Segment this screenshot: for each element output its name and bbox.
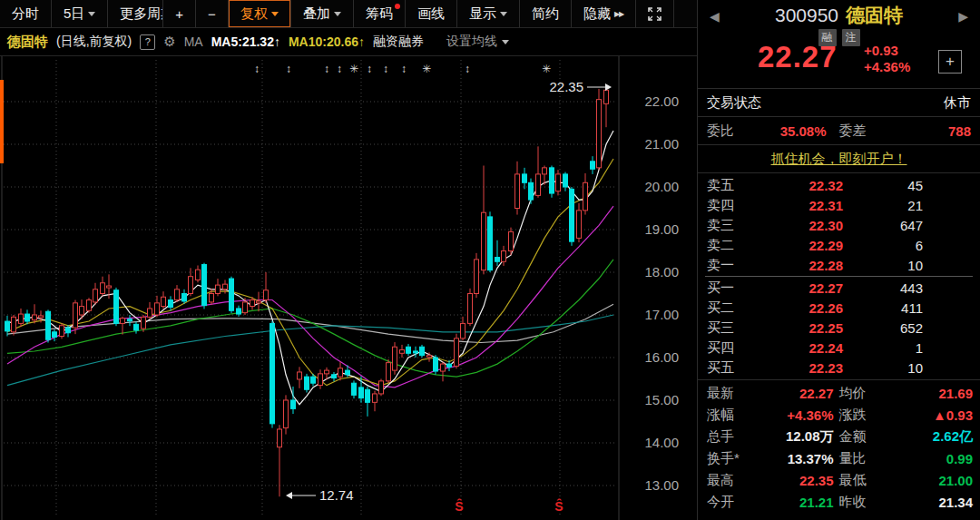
ask-row[interactable]: 卖三22.30647 xyxy=(698,215,980,235)
candle-body xyxy=(114,290,119,324)
candle-body xyxy=(550,168,554,193)
order-book: 卖五22.3245卖四22.3121卖三22.30647卖二22.296卖一22… xyxy=(698,173,980,380)
candle-body xyxy=(107,286,112,288)
stat-row: 换手*13.37%量比0.99 xyxy=(707,447,973,469)
fullscreen-button[interactable] xyxy=(636,0,674,27)
candle-body xyxy=(420,347,425,355)
candle-body xyxy=(189,277,193,294)
left-scroll-indicator[interactable] xyxy=(0,80,4,163)
margin-trading-link[interactable]: 融资融券 xyxy=(373,34,424,50)
arrow-right-icon xyxy=(605,83,612,91)
display-menu[interactable]: 显示 xyxy=(457,0,520,27)
candle-body xyxy=(523,174,527,182)
tab-minute[interactable]: 分时 xyxy=(0,0,52,27)
stat-row: 今开21.21昨收21.34 xyxy=(707,491,973,513)
arrow-left-icon xyxy=(286,492,292,499)
ask-row[interactable]: 卖五22.3245 xyxy=(698,175,980,195)
candle-body xyxy=(373,394,377,402)
event-star-icon[interactable]: ✳ xyxy=(542,63,551,75)
candle-body xyxy=(121,319,125,324)
candlestick-chart[interactable]: 22.0021.0020.0019.0018.0017.0016.0015.00… xyxy=(0,56,697,520)
candle-body xyxy=(196,270,201,280)
up-arrow-icon: ↑ xyxy=(358,34,365,49)
bid-row[interactable]: 买五22.2310 xyxy=(698,358,980,378)
ex-dividend-icon[interactable]: ↕ xyxy=(286,63,291,75)
stock-app-window: 分时5日更多周期+−复权叠加筹码画线显示简约隐藏▶▶ 德固特 (日线,前复权) … xyxy=(0,0,980,520)
price-change: +0.93 +4.36% xyxy=(864,43,910,75)
gear-icon[interactable]: ⚙ xyxy=(163,34,175,50)
ma5-value-label: MA5:21.32↑ xyxy=(211,34,280,49)
draw-line-button[interactable]: 画线 xyxy=(406,0,457,27)
notification-dot-icon xyxy=(395,4,400,9)
ask-row[interactable]: 卖四22.3121 xyxy=(698,195,980,215)
help-icon[interactable]: ? xyxy=(140,34,155,50)
set-ma-menu[interactable]: 设置均线 xyxy=(446,34,509,50)
event-star-icon[interactable]: ✳ xyxy=(422,63,431,75)
candle-body xyxy=(366,389,370,402)
chart-period-label: (日线,前复权) xyxy=(56,34,132,50)
sell-signal-icon[interactable]: Ŝ xyxy=(455,498,463,514)
y-axis-tick-label: 13.00 xyxy=(644,477,679,493)
ex-dividend-icon[interactable]: ↕ xyxy=(324,63,329,75)
ex-dividend-icon[interactable]: ↕ xyxy=(383,63,388,75)
candle-body xyxy=(5,321,10,331)
bid-row[interactable]: 买四22.241 xyxy=(698,338,980,358)
chevron-down-icon xyxy=(88,12,95,16)
adjust-menu[interactable]: 复权 xyxy=(229,0,291,27)
bid-row[interactable]: 买一22.27443 xyxy=(698,278,980,298)
chips-button[interactable]: 筹码 xyxy=(354,0,406,27)
tab-5day[interactable]: 5日 xyxy=(52,0,108,27)
zoom-out-button[interactable]: − xyxy=(196,0,229,27)
candle-body xyxy=(60,326,64,337)
ask-row[interactable]: 卖二22.296 xyxy=(698,235,980,255)
open-account-ad-link[interactable]: 抓住机会，即刻开户！ xyxy=(771,151,907,168)
candle-body xyxy=(495,258,500,262)
candle-body xyxy=(583,182,588,211)
chevron-down-icon xyxy=(271,12,279,16)
candle-body xyxy=(359,388,364,398)
candle-body xyxy=(325,370,329,374)
candle-body xyxy=(223,284,228,289)
menu-more-periods[interactable]: 更多周期 xyxy=(108,0,163,27)
ex-dividend-icon[interactable]: ↕ xyxy=(465,63,470,75)
overlay-menu[interactable]: 叠加 xyxy=(291,0,354,27)
candle-body xyxy=(80,307,84,315)
y-axis-tick-label: 17.00 xyxy=(644,307,679,322)
fullscreen-icon xyxy=(648,7,662,21)
candle-body xyxy=(210,294,214,302)
up-arrow-icon: ↑ xyxy=(274,34,280,49)
candle-body xyxy=(284,400,289,428)
candle-body xyxy=(74,303,78,328)
y-axis-tick-label: 16.00 xyxy=(644,349,679,365)
stock-code-name: 300950德固特 xyxy=(698,3,980,28)
quote-panel: ◀ ▶ 300950德固特 融注 22.27 +0.93 +4.36% + 交易… xyxy=(697,0,980,520)
candle-body xyxy=(407,347,411,353)
candle-body xyxy=(243,302,248,313)
ex-dividend-icon[interactable]: ↕ xyxy=(401,63,407,75)
candle-body xyxy=(291,400,296,408)
simple-mode-button[interactable]: 简约 xyxy=(520,0,572,27)
ex-dividend-icon[interactable]: ↕ xyxy=(337,63,342,75)
event-star-icon[interactable]: ✳ xyxy=(349,63,358,75)
stat-row: 总手12.08万金额2.62亿 xyxy=(707,426,973,447)
ex-dividend-icon[interactable]: ↕ xyxy=(254,63,260,75)
bid-row[interactable]: 买二22.26411 xyxy=(698,298,980,318)
bid-row[interactable]: 买三22.25652 xyxy=(698,318,980,338)
candle-body xyxy=(237,309,241,314)
y-axis-tick-label: 19.00 xyxy=(644,221,679,237)
sell-signal-icon[interactable]: Ŝ xyxy=(554,498,563,514)
zoom-in-button[interactable]: + xyxy=(163,0,196,27)
candle-body xyxy=(379,381,384,394)
candle-body xyxy=(597,100,602,168)
hide-button[interactable]: 隐藏▶▶ xyxy=(572,0,636,27)
candle-body xyxy=(12,317,16,331)
y-axis-tick-label: 20.00 xyxy=(644,179,679,194)
ask-row[interactable]: 卖一22.2810 xyxy=(698,255,980,275)
candle-body xyxy=(455,338,459,367)
trade-status-row: 交易状态 休市 xyxy=(698,89,980,117)
candle-body xyxy=(475,260,479,294)
add-to-watchlist-button[interactable]: + xyxy=(938,50,962,74)
ex-dividend-icon[interactable]: ↕ xyxy=(367,63,372,75)
high-price-annotation: 22.35 xyxy=(549,79,583,94)
candle-body xyxy=(298,372,302,379)
